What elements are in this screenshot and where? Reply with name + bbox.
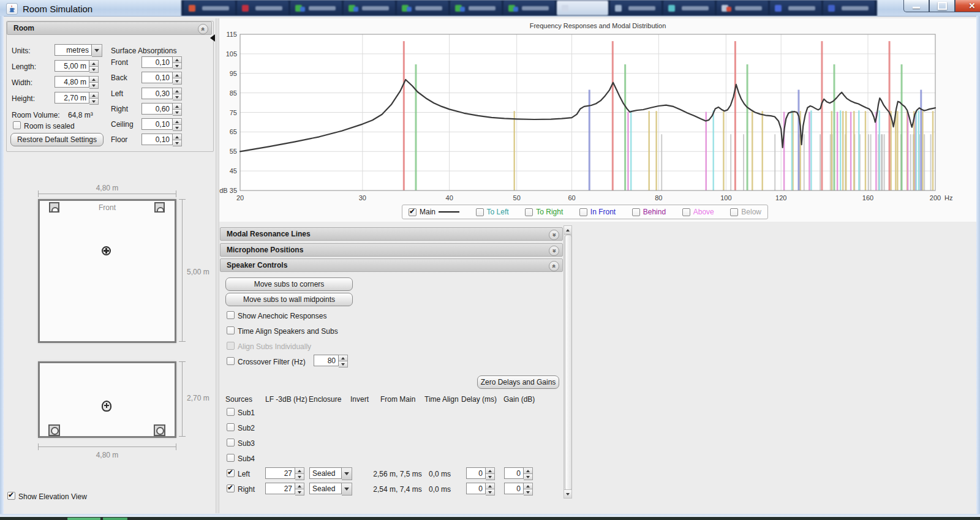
spin-down-icon[interactable] <box>89 67 99 73</box>
minimize-button[interactable] <box>903 0 929 12</box>
left-delay-spinner[interactable]: 0 <box>466 467 495 480</box>
spin-up-icon[interactable] <box>173 56 182 63</box>
spin-up-icon[interactable] <box>524 467 533 474</box>
spin-up-icon[interactable] <box>173 134 182 140</box>
surface-back-spinner[interactable]: 0,10 <box>141 72 182 85</box>
spin-down-icon[interactable] <box>524 489 533 496</box>
taskbar-button[interactable] <box>770 1 821 15</box>
spin-up-icon[interactable] <box>295 483 304 489</box>
spin-down-icon[interactable] <box>89 83 99 89</box>
room-panel-header[interactable]: Room « <box>7 21 212 35</box>
scrollbar-thumb[interactable] <box>565 235 572 491</box>
spin-up-icon[interactable] <box>173 72 182 78</box>
spin-down-icon[interactable] <box>295 489 304 496</box>
spin-up-icon[interactable] <box>173 103 182 110</box>
chevron-down-icon[interactable] <box>342 483 352 496</box>
speaker-controls-header[interactable]: Speaker Controls « <box>220 258 563 272</box>
taskbar-button[interactable] <box>663 1 715 15</box>
right-enclosure-combo[interactable]: Sealed <box>309 483 352 496</box>
left-speaker-checkbox[interactable] <box>227 469 235 477</box>
surface-back-value[interactable]: 0,10 <box>141 72 173 83</box>
height-value[interactable]: 2,70 m <box>55 92 89 104</box>
listener-plan-icon[interactable] <box>102 246 111 255</box>
show-elevation-checkbox[interactable] <box>7 492 15 500</box>
vertical-scrollbar[interactable] <box>564 225 572 499</box>
move-subs-corners-button[interactable]: Move subs to corners <box>225 277 353 291</box>
microphone-positions-header[interactable]: Microphone Positions « <box>220 243 563 257</box>
sub4-checkbox[interactable] <box>227 454 235 462</box>
left-gain-value[interactable]: 0 <box>504 467 524 479</box>
width-spinner[interactable]: 4,80 m <box>55 76 99 89</box>
right-delay-value[interactable]: 0 <box>466 483 486 494</box>
width-value[interactable]: 4,80 m <box>55 76 89 88</box>
spin-down-icon[interactable] <box>486 474 495 480</box>
move-subs-midpoints-button[interactable]: Move subs to wall midpoints <box>225 293 353 306</box>
spin-up-icon[interactable] <box>89 92 99 99</box>
right-speaker-checkbox[interactable] <box>227 484 235 492</box>
zero-delays-gains-button[interactable]: Zero Delays and Gains <box>477 375 559 389</box>
maximize-button[interactable] <box>929 0 955 12</box>
right-lf3db-spinner[interactable]: 27 <box>265 483 304 496</box>
collapse-chevron-icon[interactable]: « <box>198 24 208 34</box>
right-speaker-elevation-icon[interactable] <box>154 424 165 436</box>
close-button[interactable]: ✕ <box>955 0 980 12</box>
legend-checkbox[interactable] <box>579 208 587 216</box>
legend-checkbox[interactable] <box>476 208 484 216</box>
right-gain-value[interactable]: 0 <box>504 483 524 494</box>
spin-down-icon[interactable] <box>295 474 304 480</box>
spin-up-icon[interactable] <box>524 483 533 489</box>
taskbar-button[interactable] <box>344 1 395 15</box>
taskbar-button[interactable] <box>610 1 662 15</box>
spin-up-icon[interactable] <box>339 355 348 361</box>
spin-up-icon[interactable] <box>486 467 495 474</box>
taskbar-button[interactable] <box>184 1 235 15</box>
spin-up-icon[interactable] <box>89 60 99 67</box>
spin-down-icon[interactable] <box>173 140 182 146</box>
surface-floor-value[interactable]: 0,10 <box>141 134 173 145</box>
spin-down-icon[interactable] <box>173 110 182 116</box>
sub3-checkbox[interactable] <box>227 439 235 447</box>
taskbar-button[interactable] <box>290 1 342 15</box>
room-sealed-checkbox[interactable] <box>13 121 21 129</box>
spin-down-icon[interactable] <box>173 125 182 131</box>
restore-defaults-button[interactable]: Restore Default Settings <box>10 133 104 146</box>
crossover-filter-value[interactable]: 80 <box>314 355 339 366</box>
scroll-up-button[interactable] <box>564 226 571 235</box>
legend-checkbox[interactable] <box>525 208 533 216</box>
show-anechoic-checkbox[interactable] <box>227 311 235 319</box>
spin-down-icon[interactable] <box>486 489 495 496</box>
right-lf3db-value[interactable]: 27 <box>265 483 295 494</box>
legend-checkbox[interactable] <box>730 208 738 216</box>
left-delay-value[interactable]: 0 <box>466 467 486 479</box>
taskbar-button[interactable] <box>557 1 608 15</box>
length-spinner[interactable]: 5,00 m <box>55 60 99 73</box>
spin-down-icon[interactable] <box>173 63 182 69</box>
collapse-chevron-icon[interactable]: « <box>549 261 559 271</box>
crossover-filter-checkbox[interactable] <box>227 357 235 365</box>
surface-ceiling-spinner[interactable]: 0,10 <box>141 118 182 131</box>
chevron-down-icon[interactable] <box>92 44 102 57</box>
taskbar-button[interactable] <box>717 1 768 15</box>
spin-down-icon[interactable] <box>173 78 182 85</box>
listener-elevation-icon[interactable] <box>102 401 111 412</box>
taskbar-button[interactable] <box>237 1 288 15</box>
right-speaker-plan-icon[interactable] <box>154 202 165 213</box>
spin-up-icon[interactable] <box>295 467 304 474</box>
units-combo[interactable]: metres <box>55 44 102 57</box>
right-gain-spinner[interactable]: 0 <box>504 483 533 496</box>
legend-checkbox[interactable] <box>682 208 690 216</box>
left-lf3db-spinner[interactable]: 27 <box>265 467 304 480</box>
legend-checkbox[interactable] <box>632 208 640 216</box>
right-delay-spinner[interactable]: 0 <box>466 483 495 496</box>
left-speaker-elevation-icon[interactable] <box>48 424 60 436</box>
surface-right-value[interactable]: 0,60 <box>141 103 173 115</box>
left-gain-spinner[interactable]: 0 <box>504 467 533 480</box>
time-align-checkbox[interactable] <box>227 326 235 334</box>
left-speaker-plan-icon[interactable] <box>49 202 59 213</box>
scroll-down-button[interactable] <box>564 489 571 498</box>
surface-floor-spinner[interactable]: 0,10 <box>141 134 182 146</box>
legend-checkbox[interactable] <box>409 208 417 216</box>
surface-right-spinner[interactable]: 0,60 <box>141 103 182 116</box>
expand-chevron-icon[interactable]: « <box>549 246 559 256</box>
sub1-checkbox[interactable] <box>227 408 235 416</box>
